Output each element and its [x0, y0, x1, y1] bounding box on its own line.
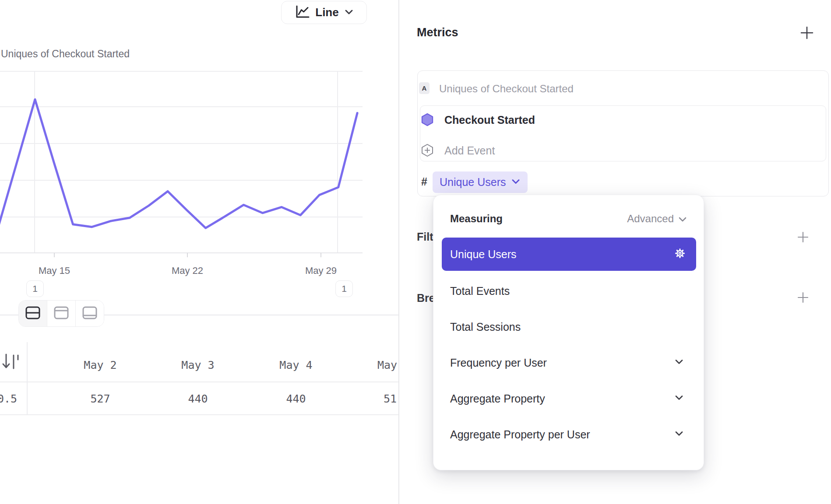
chevron-down-icon [674, 395, 684, 402]
event-hexagon-icon [421, 113, 434, 128]
measure-prefix: # [421, 175, 427, 188]
line-chart[interactable] [0, 71, 363, 259]
analytics-app: Line Uniques of Checkout Started [0, 0, 831, 504]
table-row-border [0, 414, 398, 415]
measurement-chip-label: Unique Users [440, 176, 506, 189]
add-breakdown-button[interactable] [797, 291, 809, 304]
table-header[interactable]: May 3 [149, 359, 247, 371]
advanced-dropdown[interactable]: Advanced [627, 213, 687, 225]
selected-item-label: Unique Users [450, 248, 516, 261]
chevron-down-icon [674, 359, 684, 367]
menu-item-aggregate-property[interactable]: Aggregate Property [442, 386, 696, 411]
top-panel-icon [53, 306, 69, 322]
advanced-label: Advanced [627, 213, 674, 225]
chart-type-dropdown[interactable]: Line [281, 1, 367, 24]
x-tick-label: May 29 [295, 265, 347, 276]
add-metric-button[interactable] [799, 25, 814, 40]
table-column-divider [27, 342, 28, 415]
measuring-popover: Measuring Advanced Unique Users [433, 195, 704, 470]
menu-item-label: Aggregate Property per User [450, 428, 590, 441]
chevron-down-icon [344, 9, 354, 17]
chart-type-label: Line [315, 6, 338, 19]
layout-toggle-group [18, 300, 104, 327]
menu-item-label: Total Events [450, 285, 510, 298]
table-value: 440 [149, 392, 247, 405]
menu-item-label: Total Sessions [450, 321, 521, 333]
data-series-line [0, 99, 357, 231]
left-page-chip[interactable]: 1 [26, 280, 44, 297]
table-header[interactable]: May 4 [247, 359, 345, 371]
row-label-fragment: 0.5 [0, 392, 17, 405]
add-event-hexagon-icon [421, 144, 434, 159]
menu-item-label: Frequency per User [450, 357, 547, 369]
x-tick-label: May 22 [161, 265, 214, 276]
line-chart-icon [294, 4, 310, 21]
chart-panel: Line Uniques of Checkout Started [0, 0, 398, 504]
table-header[interactable]: May 2 [51, 359, 149, 371]
menu-item-aggregate-property-per-user[interactable]: Aggregate Property per User [442, 422, 696, 447]
table-value: 527 [51, 392, 149, 405]
metrics-section-title: Metrics [417, 26, 458, 39]
menu-item-frequency-per-user[interactable]: Frequency per User [442, 350, 696, 375]
chevron-down-icon [511, 178, 521, 186]
breakdown-section-label: Bre [417, 292, 435, 304]
table-only-view-button[interactable] [75, 301, 104, 326]
table-header-clipped[interactable]: May [377, 359, 397, 371]
chart-only-view-button[interactable] [47, 301, 75, 326]
menu-item-unique-users-selected[interactable]: Unique Users [442, 238, 696, 271]
menu-item-total-events[interactable]: Total Events [442, 278, 696, 304]
menu-item-label: Aggregate Property [450, 392, 545, 405]
event-row[interactable]: Checkout Started [444, 114, 535, 126]
table-value-clipped: 51 [384, 392, 397, 405]
panel-vertical-divider [398, 0, 399, 504]
chart-title: Uniques of Checkout Started [1, 48, 130, 60]
measurement-chip[interactable]: Unique Users [433, 172, 528, 193]
add-event-button[interactable]: Add Event [444, 144, 495, 157]
metric-card-title: Uniques of Checkout Started [439, 83, 574, 95]
filters-section-label: Filt [417, 231, 433, 243]
split-horizontal-icon [25, 306, 41, 322]
menu-item-total-sessions[interactable]: Total Sessions [442, 314, 696, 340]
chevron-down-icon [678, 213, 687, 225]
sort-descending-icon[interactable] [1, 351, 20, 374]
measuring-label: Measuring [450, 213, 503, 225]
x-tick-label: May 15 [28, 265, 81, 276]
popover-header: Measuring Advanced [450, 213, 687, 225]
add-filter-button[interactable] [797, 231, 809, 243]
table-value: 440 [247, 392, 345, 405]
bottom-panel-icon [82, 306, 98, 322]
gear-icon[interactable] [673, 247, 687, 262]
split-view-button[interactable] [19, 301, 47, 326]
metric-badge: A [419, 82, 430, 94]
table-header-border [0, 382, 398, 382]
chevron-down-icon [674, 430, 684, 438]
right-page-chip[interactable]: 1 [335, 280, 353, 297]
